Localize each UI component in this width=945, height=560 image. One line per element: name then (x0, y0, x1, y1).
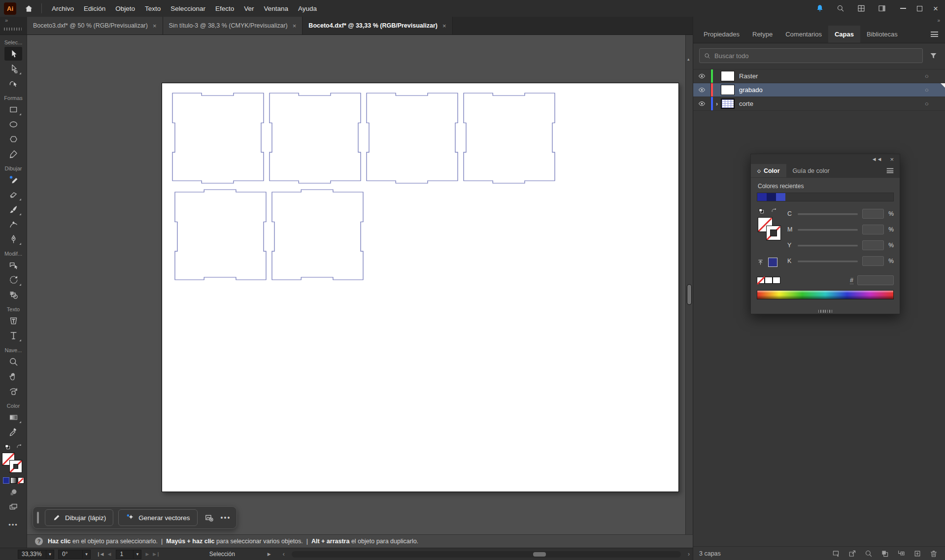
cut-piece-3[interactable] (367, 93, 458, 183)
polygon-tool[interactable] (4, 132, 23, 146)
dibujar-l-piz--button[interactable]: Dibujar (lápiz) (45, 509, 113, 526)
layer-thumbnail[interactable] (721, 71, 735, 81)
close-tab-icon[interactable]: × (153, 22, 157, 30)
search-icon[interactable] (864, 549, 873, 558)
black-swatch[interactable] (765, 277, 773, 284)
layer-row-Raster[interactable]: Raster○ (693, 69, 945, 83)
selection-column[interactable] (935, 69, 945, 83)
artboard-number-field[interactable]: 1 (116, 550, 134, 559)
menu-ver[interactable]: Ver (239, 5, 259, 12)
add-to-swatches-icon[interactable] (757, 259, 764, 266)
first-artboard-icon[interactable]: ❙◀ (97, 552, 103, 557)
slider-value-field[interactable] (862, 256, 884, 266)
brush-tool[interactable] (4, 202, 23, 217)
white-swatch[interactable] (773, 277, 780, 284)
menu-edicin[interactable]: Edición (79, 5, 110, 12)
document-tab-2[interactable]: Sin título-3 @ 38,3 % (CMYK/Previsualiza… (163, 17, 303, 34)
hand-tool[interactable] (4, 369, 23, 384)
layer-thumbnail[interactable] (721, 99, 735, 109)
blend-icon[interactable] (4, 485, 23, 499)
color-panel-tab-color[interactable]: ◇Color (751, 164, 786, 177)
cut-piece-5[interactable] (175, 190, 266, 280)
stroke-swatch[interactable] (766, 226, 781, 240)
layer-row-grabado[interactable]: grabado○ (693, 83, 945, 97)
scroll-left-icon[interactable]: ‹ (283, 551, 285, 558)
recent-color-swatch-2[interactable] (767, 193, 776, 201)
last-color-swatch[interactable] (768, 258, 777, 267)
collapse-panels-icon[interactable]: » (937, 18, 940, 23)
horizontal-scrollbar[interactable] (292, 551, 681, 558)
layer-row-corte[interactable]: ›corte○ (693, 97, 945, 111)
notifications-bell-icon[interactable] (815, 4, 824, 13)
rotate-view-tool[interactable] (4, 384, 23, 398)
previous-artboard-icon[interactable]: ◀ (107, 552, 111, 557)
collect-for-export-icon[interactable] (832, 549, 841, 558)
slider-track[interactable] (798, 245, 858, 246)
panel-layout-icon[interactable] (878, 4, 886, 13)
ellipse-tool[interactable] (4, 117, 23, 132)
zoom-level-field[interactable]: 33,33% (18, 550, 46, 559)
hex-input[interactable] (857, 275, 894, 285)
panel-tab-comentarios[interactable]: Comentarios (779, 26, 828, 43)
ellipsis-icon[interactable]: ••• (221, 514, 231, 522)
workspace-grid-icon[interactable] (857, 4, 866, 13)
double-chevron-right-icon[interactable]: » (5, 17, 8, 23)
shaper-tool[interactable] (4, 146, 23, 161)
zoom-dropdown-icon[interactable]: ▾ (46, 550, 54, 559)
generar-vectores-button[interactable]: Generar vectores (118, 509, 197, 526)
gradient-swatch-button[interactable] (10, 477, 17, 484)
collapse-panel-icon[interactable]: ◄◄ (872, 157, 882, 162)
type-tool[interactable] (4, 328, 23, 343)
close-icon[interactable]: × (933, 4, 938, 13)
close-tab-icon[interactable]: × (442, 22, 446, 30)
target-circle-icon[interactable]: ○ (918, 86, 935, 94)
rotate-tool[interactable] (4, 272, 23, 287)
expand-chevron-icon[interactable]: › (713, 100, 721, 107)
menu-efecto[interactable]: Efecto (210, 5, 239, 12)
home-icon[interactable] (24, 4, 34, 13)
new-layer-icon[interactable] (913, 549, 922, 558)
menu-seleccionar[interactable]: Seleccionar (166, 5, 210, 12)
draw-modes-icon[interactable] (4, 499, 23, 514)
slider-value-field[interactable] (862, 240, 884, 250)
menu-archivo[interactable]: Archivo (47, 5, 79, 12)
color-spectrum-bar[interactable] (757, 290, 894, 299)
close-panel-icon[interactable]: × (890, 156, 894, 163)
default-colors-icon[interactable] (758, 207, 765, 215)
visibility-eye-icon[interactable] (693, 69, 711, 83)
last-artboard-icon[interactable]: ▶❙ (153, 552, 160, 557)
scroll-up-icon[interactable]: ▴ (687, 57, 690, 62)
panel-tab-propiedades[interactable]: Propiedades (697, 26, 746, 43)
rotation-dropdown-icon[interactable]: ▾ (83, 550, 91, 559)
menu-ventana[interactable]: Ventana (259, 5, 293, 12)
none-swatch[interactable] (757, 277, 765, 284)
cut-piece-4[interactable] (464, 93, 555, 183)
menu-texto[interactable]: Texto (140, 5, 166, 12)
direct-selection-tool[interactable] (4, 61, 23, 76)
visibility-eye-icon[interactable] (693, 83, 711, 97)
delete-icon[interactable] (929, 549, 938, 558)
slider-track[interactable] (798, 229, 858, 231)
search-icon[interactable] (836, 4, 845, 13)
panel-tab-retype[interactable]: Retype (746, 26, 779, 43)
slider-value-field[interactable] (862, 209, 884, 219)
rectangle-tool[interactable] (4, 102, 23, 117)
swap-fill-stroke-icon[interactable] (770, 207, 777, 215)
transform-tool[interactable] (4, 287, 23, 302)
canvas-pasteboard[interactable] (27, 35, 685, 534)
document-tab-1[interactable]: Boceto3.dxf* @ 50 % (RGB/Previsualizar)× (27, 17, 163, 34)
target-circle-icon[interactable]: ○ (918, 72, 935, 80)
slider-track[interactable] (798, 261, 858, 262)
maximize-icon[interactable] (917, 6, 922, 11)
filter-icon[interactable] (929, 51, 938, 61)
scroll-right-icon[interactable]: › (688, 551, 690, 558)
layer-thumbnail[interactable] (721, 85, 735, 95)
search-box[interactable] (699, 48, 923, 63)
more-tools-icon[interactable]: ••• (8, 521, 18, 528)
none-swatch-button[interactable] (18, 477, 24, 484)
default-colors-icon[interactable] (4, 443, 11, 451)
help-icon[interactable]: ? (35, 537, 43, 545)
swap-colors-icon[interactable] (15, 443, 23, 451)
retouch-tool[interactable] (4, 258, 23, 272)
rotation-field[interactable]: 0° (58, 550, 83, 559)
